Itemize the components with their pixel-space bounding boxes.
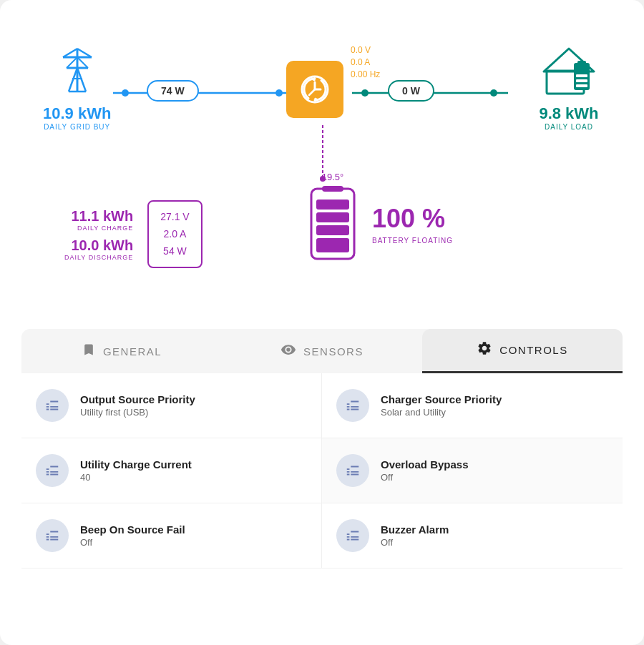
- svg-rect-24: [576, 74, 587, 77]
- control-title-overload: Overload Bypass: [381, 458, 469, 471]
- control-title-beep: Beep On Source Fail: [80, 523, 185, 536]
- svg-line-13: [67, 57, 77, 68]
- daily-charge-value: 11.1 kWh: [64, 208, 133, 225]
- inverter-frequency: 0.00 Hz: [351, 69, 380, 81]
- control-icon-beep: [36, 519, 69, 552]
- house-daily-label: DAILY LOAD: [545, 123, 593, 131]
- control-title-output: Output Source Priority: [80, 393, 195, 405]
- inverter-icon: [299, 74, 331, 105]
- battery-percent-section: 100 % BATTERY FLOATING: [372, 204, 453, 245]
- svg-rect-29: [316, 200, 349, 210]
- battery-voltage: 27.1 V: [160, 209, 189, 226]
- battery-current: 2.0 A: [160, 226, 189, 243]
- control-icon-buzzer: [336, 519, 369, 552]
- control-value-beep: Off: [80, 537, 185, 548]
- control-value-utility: 40: [80, 472, 192, 483]
- battery-readings-box: 27.1 V 2.0 A 54 W: [147, 200, 202, 268]
- house-power-pill: 0 W: [388, 80, 434, 102]
- control-title-charger: Charger Source Priority: [381, 393, 502, 405]
- svg-rect-30: [316, 212, 349, 222]
- svg-line-14: [77, 57, 88, 68]
- svg-point-2: [275, 89, 283, 97]
- tab-sensors-label: SENSORS: [303, 345, 364, 358]
- control-text-beep: Beep On Source Fail Off: [80, 523, 185, 548]
- svg-rect-25: [576, 79, 587, 82]
- control-text-buzzer: Buzzer Alarm Off: [381, 523, 449, 548]
- svg-rect-23: [577, 61, 586, 64]
- control-text-overload: Overload Bypass Off: [381, 458, 469, 483]
- control-value-buzzer: Off: [381, 537, 449, 548]
- eye-icon: [280, 342, 296, 361]
- daily-discharge-label: DAILY DISCHARGE: [64, 254, 133, 261]
- energy-diagram: 10.9 kWh DAILY GRID BUY 74 W 0.0 V 0.0 A…: [21, 21, 623, 322]
- svg-point-5: [490, 89, 497, 97]
- control-text-output: Output Source Priority Utility first (US…: [80, 393, 195, 418]
- grid-icon: [49, 43, 106, 100]
- grid-daily-label: DAILY GRID BUY: [44, 123, 110, 131]
- bookmark-icon: [82, 343, 96, 360]
- tabs-row: GENERAL SENSORS CONTROLS: [21, 329, 623, 373]
- house-section: 9.8 kWh DAILY LOAD: [537, 43, 601, 131]
- svg-point-1: [122, 89, 129, 97]
- control-utility-charge-current[interactable]: Utility Charge Current 40: [21, 438, 322, 503]
- control-icon-overload: [336, 454, 369, 487]
- battery-daily-stats: 11.1 kWh DAILY CHARGE 10.0 kWh DAILY DIS…: [64, 208, 133, 261]
- control-beep-source-fail[interactable]: Beep On Source Fail Off: [21, 503, 322, 568]
- house-icon: [537, 43, 601, 100]
- tab-general-label: GENERAL: [103, 345, 162, 358]
- inverter-current: 0.0 A: [351, 56, 380, 69]
- svg-point-4: [361, 89, 369, 97]
- svg-line-11: [63, 49, 77, 57]
- control-charger-source-priority[interactable]: Charger Source Priority Solar and Utilit…: [322, 373, 623, 438]
- tab-controls-label: CONTROLS: [499, 344, 567, 356]
- inverter-voltage: 0.0 V: [351, 44, 380, 56]
- control-buzzer-alarm[interactable]: Buzzer Alarm Off: [322, 503, 623, 568]
- control-icon-utility: [36, 454, 69, 487]
- svg-rect-31: [316, 225, 349, 235]
- control-overload-bypass[interactable]: Overload Bypass Off: [322, 438, 623, 503]
- tab-sensors[interactable]: SENSORS: [222, 329, 422, 373]
- battery-status: BATTERY FLOATING: [372, 237, 453, 245]
- grid-daily-value: 10.9 kWh: [43, 104, 111, 123]
- tab-general[interactable]: GENERAL: [21, 329, 222, 373]
- control-title-buzzer: Buzzer Alarm: [381, 523, 449, 536]
- grid-section: 10.9 kWh DAILY GRID BUY: [43, 43, 111, 131]
- gear-icon: [477, 340, 492, 360]
- control-value-charger: Solar and Utility: [381, 407, 502, 418]
- inverter-box: [286, 61, 343, 118]
- main-card: 10.9 kWh DAILY GRID BUY 74 W 0.0 V 0.0 A…: [0, 0, 644, 645]
- tab-controls[interactable]: CONTROLS: [422, 329, 623, 373]
- daily-discharge-value: 10.0 kWh: [64, 237, 133, 254]
- battery-power: 54 W: [160, 243, 189, 260]
- control-output-source-priority[interactable]: Output Source Priority Utility first (US…: [21, 373, 322, 438]
- battery-stats-section: 11.1 kWh DAILY CHARGE 10.0 kWh DAILY DIS…: [64, 200, 203, 268]
- grid-power-pill: 74 W: [147, 80, 199, 102]
- svg-rect-26: [576, 84, 587, 87]
- svg-rect-32: [316, 238, 349, 252]
- control-value-overload: Off: [381, 472, 469, 483]
- battery-icon-section: 19.5°: [308, 172, 358, 267]
- svg-line-15: [69, 68, 77, 92]
- control-icon-charger: [336, 389, 369, 422]
- control-value-output: Utility first (USB): [80, 407, 195, 418]
- svg-line-16: [77, 68, 86, 92]
- daily-charge-label: DAILY CHARGE: [64, 225, 133, 232]
- inverter-readings: 0.0 V 0.0 A 0.00 Hz: [351, 44, 380, 80]
- battery-temperature: 19.5°: [308, 172, 358, 182]
- control-icon-output: [36, 389, 69, 422]
- control-title-utility: Utility Charge Current: [80, 458, 192, 471]
- battery-icon: [308, 185, 358, 264]
- battery-percent: 100 %: [372, 204, 453, 234]
- control-text-charger: Charger Source Priority Solar and Utilit…: [381, 393, 502, 418]
- svg-line-12: [77, 49, 92, 57]
- control-text-utility: Utility Charge Current 40: [80, 458, 192, 483]
- controls-grid: Output Source Priority Utility first (US…: [21, 373, 623, 568]
- house-daily-value: 9.8 kWh: [539, 104, 598, 123]
- svg-rect-28: [322, 186, 343, 192]
